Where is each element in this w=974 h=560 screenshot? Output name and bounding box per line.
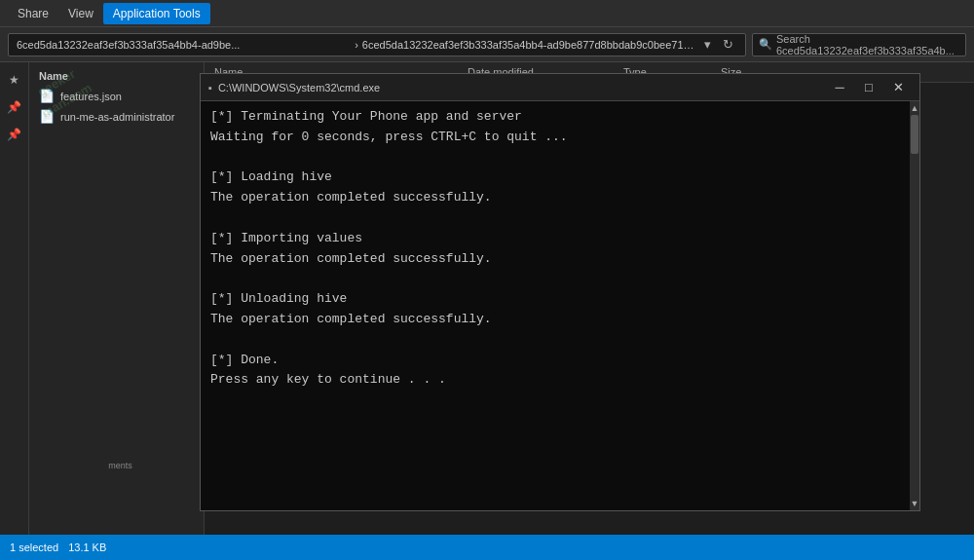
refresh-btn[interactable]: ↻ (719, 35, 737, 54)
sidebar-file-features[interactable]: 📄 features.json (29, 86, 204, 106)
address-path-box[interactable]: 6ced5da13232eaf3ef3b333af35a4bb4-ad9be..… (8, 33, 746, 56)
cmd-scrollbar[interactable]: ▲ ▼ (910, 101, 919, 510)
search-icon: 🔍 (759, 38, 772, 51)
breadcrumb-full: 6ced5da13232eaf3ef3b333af35a4bb4-ad9be87… (362, 39, 696, 51)
cmd-maximize-btn[interactable]: □ (855, 78, 882, 97)
cmd-scroll-up-btn[interactable]: ▲ (910, 101, 919, 115)
sidebar-header: Name (29, 62, 204, 86)
address-bar: 6ced5da13232eaf3ef3b333af35a4bb4-ad9be..… (0, 27, 974, 62)
cmd-scroll-track[interactable] (910, 115, 919, 497)
menu-bar: Share View Application Tools (0, 0, 974, 27)
quick-access-pin2[interactable]: 📌 (5, 125, 24, 144)
app-window: Share View Application Tools 6ced5da1323… (0, 0, 974, 560)
cmd-scroll-down-btn[interactable]: ▼ (910, 497, 919, 510)
cmd-window: ▪ C:\WINDOWS\System32\cmd.exe ─ □ ✕ [*] … (200, 73, 920, 511)
cmd-minimize-btn[interactable]: ─ (826, 78, 853, 97)
cmd-close-btn[interactable]: ✕ (884, 78, 912, 97)
nav-label-ments: ments (37, 459, 204, 476)
menu-share[interactable]: Share (8, 3, 58, 24)
breadcrumb-left: 6ced5da13232eaf3ef3b333af35a4bb4-ad9be..… (17, 39, 351, 51)
breadcrumb-separator: › (355, 39, 358, 51)
status-bar: 1 selected 13.1 KB (0, 535, 974, 560)
sidebar-file-runme[interactable]: 📄 run-me-as-administrator (29, 106, 204, 127)
menu-application-tools[interactable]: Application Tools (103, 3, 210, 24)
cmd-scroll-thumb (911, 115, 918, 154)
left-sidebar: geekerman.com Name 📄 features.json 📄 run… (29, 62, 205, 535)
cmd-app-icon: ▪ (208, 82, 212, 93)
cmd-output: [*] Terminating Your Phone app and serve… (201, 101, 910, 510)
file-icon-features: 📄 (39, 89, 55, 103)
menu-view[interactable]: View (58, 3, 103, 24)
search-placeholder: Search 6ced5da13232eaf3ef3b333af35a4b... (776, 33, 959, 56)
sidebar-filename-runme: run-me-as-administrator (60, 111, 174, 123)
quick-access-sidebar: ★ 📌 📌 (0, 62, 29, 535)
file-icon-runme: 📄 (39, 109, 55, 124)
status-size: 13.1 KB (68, 541, 106, 553)
search-box[interactable]: 🔍 Search 6ced5da13232eaf3ef3b333af35a4b.… (752, 33, 966, 56)
cmd-titlebar: ▪ C:\WINDOWS\System32\cmd.exe ─ □ ✕ (201, 74, 919, 101)
cmd-title-text: C:\WINDOWS\System32\cmd.exe (218, 82, 820, 93)
status-selected: 1 selected (10, 541, 58, 553)
sidebar-filename-features: features.json (60, 91, 122, 102)
quick-access-star[interactable]: ★ (5, 70, 24, 90)
dropdown-address-btn[interactable]: ▾ (700, 35, 715, 54)
cmd-window-controls: ─ □ ✕ (826, 78, 912, 97)
quick-access-pin1[interactable]: 📌 (5, 97, 24, 117)
